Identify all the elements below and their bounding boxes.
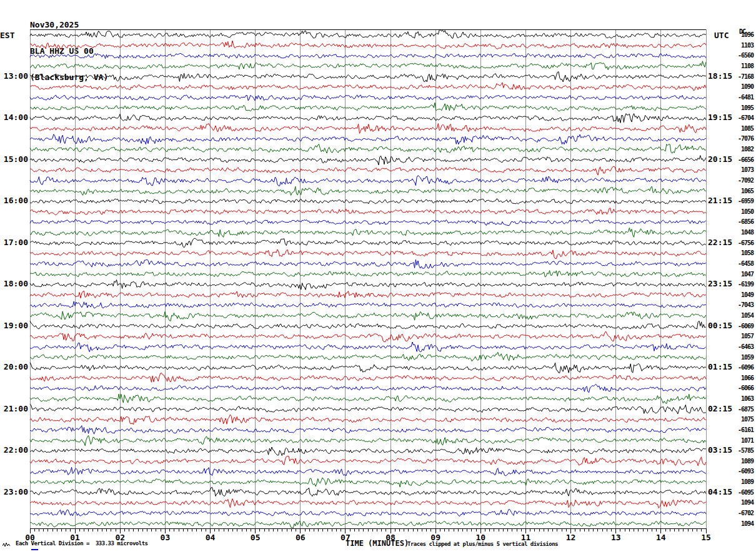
trace-row [30,301,706,308]
dc-value: -6096 [731,364,754,371]
trace-row [30,363,706,373]
trace-row [30,311,706,321]
x-tick-label: 05 [246,533,265,542]
trace-row [30,176,706,186]
underline-mark [31,549,38,550]
x-tick-label: 13 [607,533,625,542]
trace-row [30,426,706,435]
mini-waveform-icon [2,541,11,548]
trace-row [30,521,706,528]
trace-row [30,331,706,342]
dc-value: -6069 [731,323,754,330]
x-tick-label: 14 [652,533,670,542]
dc-value: 1089 [731,458,754,465]
dc-value: 1108 [731,63,754,69]
seismogram-plot [0,0,756,554]
trace-row [30,271,706,277]
trace-row [30,199,706,204]
dc-value: 1094 [731,520,754,527]
dc-value: -6875 [731,406,754,413]
trace-row [30,373,706,383]
trace-row [30,156,706,165]
trace-row [30,208,706,215]
dc-value: 1065 [731,188,754,194]
scale-note: Each Vertical Division = 333.33 microvol… [16,540,148,546]
dc-value: 1059 [731,354,754,361]
utc-hour-label: 19:15 [708,113,732,122]
est-hour-label: 23:00 [0,487,28,496]
est-hour-label: 16:00 [0,196,28,205]
dc-value: -6458 [731,260,754,267]
dc-value: 1063 [731,395,754,402]
dc-value: -7168 [731,73,754,80]
x-axis-title: TIME (MINUTES) [346,539,409,548]
trace-row [30,467,706,476]
dc-value: 1082 [731,146,754,153]
utc-hour-label: 21:15 [708,196,732,205]
est-hour-label: 22:00 [0,445,28,455]
dc-value: 1071 [731,437,754,444]
dc-value: 1103 [731,42,754,49]
trace-row [30,61,706,70]
utc-hour-label: 02:15 [708,404,732,413]
trace-row [30,384,706,393]
est-hour-label: 14:00 [0,113,28,122]
dc-value: -7043 [731,301,754,308]
est-hour-label: 19:00 [0,321,28,330]
dc-value: 1054 [731,312,754,319]
dc-value: 1047 [731,271,754,278]
dc-value: -6095 [731,489,754,496]
dc-value: 1073 [731,166,754,173]
trace-row [30,259,706,268]
dc-value: 1050 [731,208,754,215]
dc-value: -6560 [731,52,754,59]
utc-hour-label: 23:15 [708,279,732,288]
trace-row [30,30,706,39]
utc-hour-label: 03:15 [708,445,732,455]
trace-row [30,72,706,82]
dc-value: -6656 [731,156,754,163]
dc-value: 1075 [731,416,754,423]
clip-note: Traces clipped at plus/minus 5 vertical … [407,541,558,547]
dc-value: -6704 [731,114,754,121]
utc-hour-label: 01:15 [708,362,732,371]
trace-row [30,447,706,456]
dc-value: -6463 [731,343,754,350]
x-tick-label: 15 [697,533,715,542]
x-tick-label: 04 [201,533,220,542]
trace-row [30,280,706,290]
dc-value: -6959 [731,198,754,204]
dc-value: 1094 [731,499,754,506]
trace-row [30,238,706,248]
heliplot-page: Nov30,2025 BLA HHZ US 00 (Blacksburg, VA… [0,0,756,554]
dc-value: -6856 [731,218,754,225]
dc-value: 1090 [731,83,754,90]
dc-value: 1085 [731,125,754,132]
dc-value: -7076 [731,135,754,142]
dc-value: 1057 [731,333,754,340]
trace-row [30,228,706,237]
dc-value: 1096 [731,31,754,38]
dc-value: -6093 [731,468,754,475]
trace-row [30,186,706,195]
dc-value: 1049 [731,291,754,298]
dc-value: -6702 [731,510,754,516]
utc-hour-label: 20:15 [708,154,732,164]
trace-row [30,487,706,496]
est-hour-label: 21:00 [0,404,28,413]
trace-row [30,41,706,49]
utc-hour-label: 22:15 [708,238,732,247]
est-hour-label: 17:00 [0,238,28,247]
trace-row [30,321,706,330]
trace-row [30,352,706,361]
trace-row [30,342,706,352]
dc-value: -6481 [731,94,754,101]
dc-value: 1066 [731,375,754,381]
dc-value: 1089 [731,478,754,485]
trace-row [30,134,706,144]
dc-value: 1058 [731,249,754,256]
x-tick-label: 03 [156,533,174,542]
trace-row [30,144,706,154]
est-hour-label: 13:00 [0,71,28,81]
utc-hour-label: 18:15 [708,71,732,81]
